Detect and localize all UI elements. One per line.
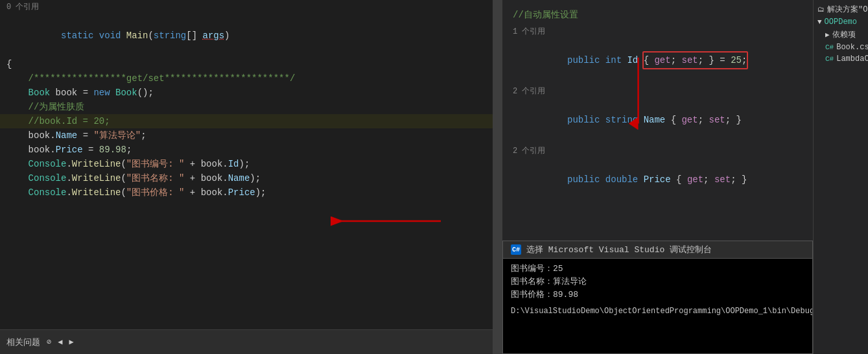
ref-count-1: 1 个引用 xyxy=(513,25,545,39)
solution-item-label-book: Book.cs xyxy=(836,43,868,52)
bottom-bar: 相关问题 ⊘ ◀ ▶ xyxy=(0,329,493,354)
ref-count-top: 0 个引用 xyxy=(0,0,493,14)
auto-property-comment: //自动属性设置 xyxy=(513,8,578,22)
solution-item-label-oopdemo: OOPDemo xyxy=(825,18,857,27)
code-line-book-price: book.Price = 89.98; xyxy=(0,143,493,157)
code-line-writeline-price: Console.WriteLine("图书价格: " + book.Price)… xyxy=(0,185,493,200)
code-line-writeline-name: Console.WriteLine("图书名称: " + book.Name); xyxy=(0,171,493,185)
console-body: 图书编号：25 图书名称：算法导论 图书价格：89.98 xyxy=(503,259,812,305)
solution-explorer: 🗂 解决方案"Object ▼ OOPDemo ▶ 依赖项 C# Book.cs… xyxy=(813,0,868,354)
left-code-panel: 0 个引用 static void Main(string[] args) { … xyxy=(0,0,493,354)
nav-prev-icon[interactable]: ◀ xyxy=(58,337,62,347)
solution-item-book[interactable]: C# Book.cs xyxy=(815,41,868,53)
solution-title-text: 解决方案"Object xyxy=(827,4,868,15)
right-ref2-2: 2 个引用 xyxy=(513,144,803,158)
related-issues-label: 相关问题 xyxy=(6,336,40,348)
console-path: D:\VisualStudioDemo\ObjectOrientedProgra… xyxy=(503,305,812,317)
main-layout: 0 个引用 static void Main(string[] args) { … xyxy=(0,0,868,354)
nav-next-icon[interactable]: ▶ xyxy=(69,337,73,347)
solution-icon: 🗂 xyxy=(817,5,825,14)
solution-item-label-deps: 依赖项 xyxy=(832,29,856,40)
solution-title: 🗂 解决方案"Object xyxy=(815,3,868,16)
code-line-book-new: Book book = new Book(); xyxy=(0,86,493,100)
solution-item-oopdemo[interactable]: ▼ OOPDemo xyxy=(815,16,868,28)
console-line-1: 图书编号：25 xyxy=(511,263,804,276)
highlight-box-container: { get; set; } = 25; xyxy=(644,53,747,67)
code-line-comment-id: //book.Id = 20; xyxy=(0,114,493,128)
ref-count-2: 2 个引用 xyxy=(513,84,545,99)
console-panel: C# 选择 Microsoft Visual Studio 调试控制台 图书编号… xyxy=(502,241,813,354)
right-code-area: //自动属性设置 1 个引用 public int Id { get; set;… xyxy=(502,0,813,241)
filter-icon[interactable]: ⊘ xyxy=(47,337,51,347)
file-icon-book: C# xyxy=(825,43,834,51)
scrollbar-mini[interactable] xyxy=(493,0,502,354)
right-line-id: public int Id { get; set; } = 25; xyxy=(513,39,803,82)
code-line-comment-getset: /*****************get/set***************… xyxy=(0,71,493,86)
solution-item-lambda[interactable]: C# LambdaC xyxy=(815,53,868,65)
console-title: 选择 Microsoft Visual Studio 调试控制台 xyxy=(526,244,712,255)
right-ref2-1: 2 个引用 xyxy=(513,84,803,99)
right-line-price: public double Price { get; set; } xyxy=(513,158,803,201)
code-line-brace-open: { xyxy=(0,57,493,71)
console-title-bar: C# 选择 Microsoft Visual Studio 调试控制台 xyxy=(503,241,812,259)
solution-item-label-lambda: LambdaC xyxy=(836,54,868,64)
right-comment: //自动属性设置 xyxy=(513,8,803,22)
code-line-book-name: book.Name = "算法导论"; xyxy=(0,128,493,143)
right-code-panel: //自动属性设置 1 个引用 public int Id { get; set;… xyxy=(502,0,813,354)
code-line-writeline-id: Console.WriteLine("图书编号: " + book.Id); xyxy=(0,157,493,171)
code-line-comment-attr: //为属性肤质 xyxy=(0,100,493,114)
console-line-2: 图书名称：算法导论 xyxy=(511,276,804,289)
code-line-main: static void Main(string[] args) xyxy=(0,14,493,57)
solution-item-deps[interactable]: ▶ 依赖项 xyxy=(815,28,868,41)
right-ref1: 1 个引用 xyxy=(513,25,803,39)
expand-icon-deps: ▶ xyxy=(825,30,830,39)
vs-icon: C# xyxy=(511,244,521,255)
file-icon-lambda: C# xyxy=(825,55,834,63)
collapse-icon: ▼ xyxy=(817,18,822,26)
ref-count-3: 2 个引用 xyxy=(513,144,545,158)
code-area[interactable]: 0 个引用 static void Main(string[] args) { … xyxy=(0,0,493,329)
right-line-name: public string Name { get; set; } xyxy=(513,99,803,141)
console-line-3: 图书价格：89.98 xyxy=(511,289,804,301)
